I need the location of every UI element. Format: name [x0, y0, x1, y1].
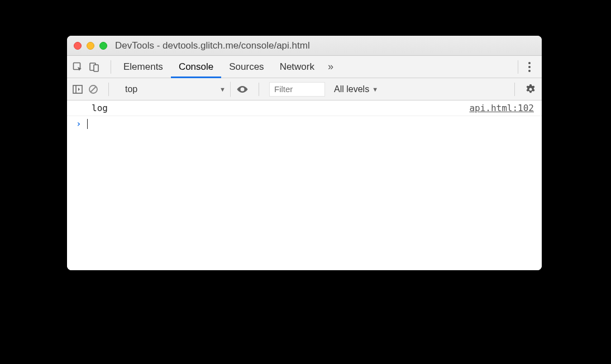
close-icon[interactable] — [74, 42, 82, 50]
svg-rect-3 — [73, 85, 82, 93]
svg-line-6 — [91, 87, 96, 92]
chevron-down-icon: ▼ — [372, 86, 378, 93]
maximize-icon[interactable] — [99, 42, 107, 50]
gear-icon[interactable] — [525, 84, 536, 95]
minimize-icon[interactable] — [87, 42, 94, 50]
window-title: DevTools - devtools.glitch.me/console/ap… — [115, 40, 310, 51]
tab-network[interactable]: Network — [272, 56, 322, 78]
log-entry: log api.html:102 — [67, 100, 542, 116]
clear-console-icon[interactable] — [88, 84, 98, 94]
sidebar-toggle-icon[interactable] — [73, 85, 83, 94]
titlebar: DevTools - devtools.glitch.me/console/ap… — [67, 36, 542, 56]
tab-elements[interactable]: Elements — [116, 56, 171, 78]
svg-point-7 — [241, 88, 244, 90]
console-output: log api.html:102 › — [67, 100, 542, 270]
divider — [514, 83, 515, 96]
tab-console[interactable]: Console — [171, 56, 221, 78]
log-message: log — [92, 103, 108, 113]
kebab-menu-icon[interactable] — [523, 62, 536, 72]
eye-icon[interactable] — [236, 85, 249, 94]
divider — [259, 83, 259, 96]
prompt-caret-icon: › — [76, 118, 82, 129]
devtools-window: DevTools - devtools.glitch.me/console/ap… — [67, 36, 542, 270]
traffic-lights — [74, 42, 107, 50]
chevron-down-icon: ▼ — [219, 86, 226, 93]
console-prompt[interactable]: › — [67, 116, 542, 131]
svg-rect-2 — [94, 65, 98, 71]
text-cursor — [87, 119, 88, 129]
more-tabs-icon[interactable]: » — [322, 61, 339, 73]
divider — [111, 60, 111, 74]
context-selector[interactable]: top ▼ — [119, 82, 231, 97]
tab-sources[interactable]: Sources — [221, 56, 271, 78]
console-toolbar: top ▼ All levels ▼ — [67, 78, 542, 100]
tabbar: Elements Console Sources Network » — [67, 56, 542, 78]
divider — [108, 83, 109, 96]
levels-selector[interactable]: All levels ▼ — [331, 84, 381, 94]
device-icon[interactable] — [89, 62, 99, 72]
inspect-icon[interactable] — [73, 62, 83, 72]
filter-input[interactable] — [269, 82, 325, 97]
log-source-link[interactable]: api.html:102 — [469, 103, 534, 113]
divider — [518, 60, 518, 74]
context-label: top — [125, 84, 137, 94]
levels-label: All levels — [334, 84, 369, 94]
